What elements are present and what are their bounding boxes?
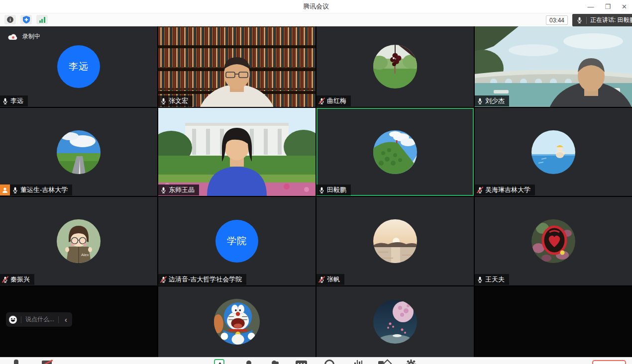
- avatar: [373, 45, 417, 89]
- participant-cell[interactable]: 学院 边清音-吉大哲学社会学院: [158, 197, 316, 285]
- participant-cell[interactable]: [158, 286, 316, 357]
- participant-name: 边清音-吉大哲学社会学院: [169, 275, 242, 283]
- participant-name: 刘少杰: [485, 97, 505, 105]
- recording-label: 录制中: [22, 32, 40, 41]
- title-bar: 腾讯会议 — ❐ ✕: [0, 0, 632, 13]
- participant-cell[interactable]: 吴海琳吉林大学: [475, 108, 632, 196]
- end-meeting-button[interactable]: [592, 360, 626, 364]
- microphone-icon: [576, 17, 583, 23]
- avatar: [57, 130, 101, 174]
- window-title: 腾讯会议: [303, 2, 329, 11]
- toolbar-members-icon[interactable]: [272, 361, 277, 364]
- toolbar-camera-off-icon[interactable]: [42, 361, 52, 364]
- toolbar-settings-icon[interactable]: [406, 360, 416, 364]
- participant-cell[interactable]: Alex 秦振兴: [0, 197, 157, 285]
- participant-cell[interactable]: 董运生-吉林大学: [0, 108, 157, 196]
- participant-cell[interactable]: 曲红梅: [316, 26, 474, 107]
- participant-cell[interactable]: 东师王晶: [158, 108, 316, 196]
- avatar: [373, 219, 417, 263]
- avatar: 学院: [215, 220, 258, 263]
- health-shield-icon[interactable]: [20, 15, 32, 24]
- toolbar-record-icon[interactable]: [324, 360, 334, 364]
- avatar: [373, 130, 417, 174]
- toolbar-share-screen-icon[interactable]: [214, 359, 224, 364]
- meeting-info-icon[interactable]: [4, 15, 16, 24]
- empty-cell: 说点什么... ‹: [0, 286, 157, 357]
- network-quality-icon[interactable]: [36, 15, 48, 24]
- avatar: [373, 300, 417, 344]
- mic-on-icon: [477, 276, 483, 283]
- avatar: Alex: [57, 219, 101, 263]
- recording-indicator: 录制中: [8, 32, 40, 41]
- mic-muted-icon: [477, 187, 483, 193]
- avatar: [531, 130, 575, 174]
- bottom-toolbar: [0, 357, 632, 364]
- host-badge-icon: [0, 184, 10, 195]
- participant-grid: 李远 录制中 李远: [0, 26, 632, 357]
- participant-name: 董运生-吉林大学: [20, 186, 68, 194]
- toolbar-whiteboard-icon[interactable]: [378, 361, 384, 364]
- avatar: [531, 219, 575, 263]
- status-bar: 03:44 正在讲话: 田毅鹏: [0, 13, 632, 26]
- participant-name: 田毅鹏: [327, 186, 346, 194]
- participant-cell[interactable]: 刘少杰: [475, 26, 632, 107]
- mic-muted-icon: [318, 98, 325, 104]
- toolbar-apps-icon[interactable]: [354, 360, 362, 364]
- mic-muted-icon: [160, 276, 167, 283]
- participant-cell[interactable]: 张帆: [316, 197, 474, 285]
- active-speaker-label: 正在讲话: 田毅鹏: [590, 16, 632, 24]
- window-controls: — ❐ ✕: [587, 0, 627, 13]
- avatar: [214, 299, 260, 345]
- mic-muted-icon: [318, 276, 325, 283]
- mic-on-icon: [318, 187, 325, 193]
- minimize-icon[interactable]: —: [587, 3, 594, 10]
- meeting-window: 腾讯会议 — ❐ ✕ 03:44 正在讲话:: [0, 0, 632, 364]
- participant-cell[interactable]: [316, 286, 474, 357]
- avatar-book-text: Alex: [81, 253, 89, 257]
- avatar: 李远: [57, 45, 100, 88]
- participant-name: 王天夫: [485, 275, 505, 283]
- participant-cell-active-speaker[interactable]: 田毅鹏: [316, 108, 474, 196]
- participant-name: 张帆: [327, 275, 340, 283]
- toolbar-chat-icon[interactable]: [296, 361, 307, 364]
- participant-name: 李远: [10, 97, 23, 105]
- mic-on-icon: [12, 187, 18, 193]
- mic-on-icon: [160, 187, 167, 193]
- participant-name: 秦振兴: [10, 275, 30, 283]
- video-feed: [158, 108, 316, 196]
- participant-name: 东师王晶: [169, 186, 195, 194]
- emoji-icon[interactable]: [9, 316, 17, 324]
- mic-on-icon: [477, 98, 483, 104]
- quick-chat-bar[interactable]: 说点什么... ‹: [6, 312, 72, 327]
- video-feed: [158, 26, 316, 107]
- participant-cell[interactable]: 王天夫: [475, 197, 632, 285]
- mic-on-icon: [2, 98, 8, 104]
- collapse-chevron-icon[interactable]: ‹: [63, 316, 69, 324]
- mic-on-icon: [160, 98, 167, 104]
- participant-name: 吴海琳吉林大学: [485, 186, 530, 194]
- restore-icon[interactable]: ❐: [605, 3, 611, 10]
- toolbar-mic-icon[interactable]: [14, 360, 18, 364]
- empty-cell: [475, 286, 632, 357]
- meeting-timer: 03:44: [546, 15, 568, 25]
- video-feed: [475, 26, 632, 107]
- active-speaker-banner: 正在讲话: 田毅鹏: [572, 14, 632, 26]
- participant-cell[interactable]: 张文宏: [158, 26, 316, 107]
- toolbar-invite-icon[interactable]: [246, 361, 251, 364]
- participant-cell[interactable]: 李远 录制中 李远: [0, 26, 157, 107]
- chat-input-placeholder[interactable]: 说点什么...: [25, 315, 54, 324]
- mic-muted-icon: [2, 276, 8, 283]
- cloud-recording-icon: [8, 33, 18, 40]
- participant-name: 曲红梅: [327, 97, 346, 105]
- close-icon[interactable]: ✕: [622, 3, 627, 10]
- participant-name: 张文宏: [169, 97, 188, 105]
